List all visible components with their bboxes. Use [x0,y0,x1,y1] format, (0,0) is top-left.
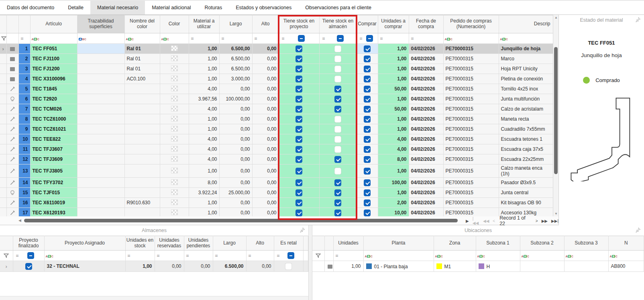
nombre-color-cell[interactable]: AC0.100 [124,74,160,84]
descripcion-cell[interactable]: Kit bisagras OB 90 [499,198,553,208]
stock-almacen-checkbox[interactable] [334,126,341,133]
stock-almacen-checkbox[interactable] [334,199,341,206]
filter-checkbox-finalizado[interactable] [27,252,34,259]
comprar-cell[interactable] [357,54,378,64]
alto-cell[interactable]: 0,00 [252,94,279,104]
subzona1-cell[interactable]: H [476,261,520,272]
col-header-unidades-pendientes[interactable]: Unidades pendientes [184,236,213,251]
comprar-checkbox[interactable] [364,179,371,186]
filter-articulo[interactable]: ABC [30,33,77,44]
nombre-color-cell[interactable] [124,188,160,198]
stock-almacen-cell[interactable] [319,198,357,208]
comprar-checkbox[interactable] [364,45,371,52]
alto-cell[interactable]: 0,00 [252,178,279,188]
stock-proyecto-checkbox[interactable] [296,168,302,175]
row-expand-cell[interactable] [0,198,6,208]
filter-subzona2[interactable]: ABC [520,251,564,261]
filter-comprar[interactable]: = [357,33,378,44]
material-row[interactable]: 9TEC TCZ610211,000,000,001,0004/02/2026P… [0,124,553,134]
articulo-cell[interactable]: TEC TFJ3607 [30,144,77,154]
comprar-checkbox[interactable] [364,189,371,196]
comprar-checkbox[interactable] [364,96,371,103]
grid-vertical-scrollbar[interactable]: ▲ ▼ [553,15,558,216]
col-header-unidades[interactable]: Unidades [333,236,363,251]
descripcion-cell[interactable]: Junquillo de hoja [499,44,553,54]
row-expand-cell[interactable] [0,124,6,134]
descripcion-cell[interactable]: Maneta recta [499,114,553,124]
last-record-button[interactable]: ▶▶| [551,219,558,223]
alto-cell[interactable]: 0,00 [252,164,279,178]
trazabilidad-cell[interactable] [77,84,124,94]
articulo-cell[interactable]: TEC FJ1100 [30,54,77,64]
col-header-es-retal[interactable]: Es retal [274,236,303,251]
filter-nombre-color[interactable]: ABC [124,33,160,44]
trazabilidad-cell[interactable] [77,94,124,104]
comprar-cell[interactable] [357,94,378,104]
row-expand-cell[interactable]: › [0,261,13,272]
largo-cell[interactable]: 0,00 [219,104,252,114]
stock-proyecto-cell[interactable] [279,54,319,64]
comprar-checkbox[interactable] [364,86,371,92]
col-header-unidades-comprar[interactable]: Unidades a comprar [378,15,409,33]
es-retal-cell[interactable] [274,261,303,272]
col-header-comprar[interactable]: Comprar [357,15,378,33]
fecha-compra-cell[interactable]: 04/02/2026 [409,54,443,64]
col-header-unidades-stock[interactable]: Unidades en stock [125,236,155,251]
descripcion-cell[interactable]: Escuadra caja 37x5 [499,144,553,154]
material-row[interactable]: 6TEC T29203.967,56100.000,000,001,0004/0… [0,94,553,104]
row-expand-cell[interactable] [0,74,6,84]
col-header-alto[interactable]: Alto [252,15,279,33]
stock-proyecto-checkbox[interactable] [296,116,302,123]
comprar-cell[interactable] [357,44,378,54]
descripcion-cell[interactable]: Calzo maneta enca (1h) [499,164,553,178]
alto-cell[interactable]: 0,00 [252,154,279,164]
comprar-cell[interactable] [357,144,378,154]
alto-cell[interactable]: 0,00 [252,44,279,54]
alto-cell[interactable]: 0,00 [252,198,279,208]
row-expand-cell[interactable] [0,94,6,104]
stock-almacen-cell[interactable] [319,74,357,84]
largo-cell[interactable]: 6.500,00 [219,44,252,54]
filter-finalizado[interactable]: = [13,251,44,261]
stock-almacen-checkbox[interactable] [334,189,341,196]
vertical-scroll-thumb[interactable] [554,47,558,174]
nombre-color-cell[interactable]: Ral 01 [124,54,160,64]
material-cell[interactable]: 1,00 [189,54,219,64]
articulo-cell[interactable]: TEC X6110019 [30,198,77,208]
largo-cell[interactable]: 3.000,00 [219,74,252,84]
nombre-color-cell[interactable] [124,84,160,94]
descripcion-cell[interactable]: Junta central [499,188,553,198]
unidades-comprar-cell[interactable]: 100,00 [378,178,409,188]
filter-reservadas[interactable]: = [155,251,184,261]
stock-proyecto-cell[interactable] [279,84,319,94]
subzona3-cell[interactable] [564,261,608,272]
comprar-checkbox[interactable] [364,210,371,216]
stock-almacen-cell[interactable] [319,188,357,198]
material-row[interactable]: 14TEC TFY37028,000,000,00100,0004/02/202… [0,178,553,188]
filter-subzona3[interactable]: ABC [564,251,608,261]
pedido-compras-cell[interactable]: PE70000315 [443,104,499,114]
fecha-compra-cell[interactable]: 04/02/2026 [409,124,443,134]
fecha-compra-cell[interactable]: 04/02/2026 [409,104,443,114]
row-expand-cell[interactable] [0,188,6,198]
col-header-trazabilidad[interactable]: Trazabilidad superficies [77,15,124,33]
alto-cell[interactable]: 0,00 [252,144,279,154]
stock-proyecto-cell[interactable] [279,114,319,124]
stock-almacen-cell[interactable] [319,178,357,188]
stock-proyecto-cell[interactable] [279,64,319,74]
color-cell[interactable] [160,198,189,208]
stock-almacen-cell[interactable] [319,44,357,54]
first-record-button[interactable]: |◀◀ [473,216,479,225]
color-cell[interactable] [160,104,189,114]
unidades-comprar-cell[interactable]: 4,00 [378,134,409,144]
filter-stock[interactable]: = [125,251,155,261]
material-cell[interactable]: 4,00 [189,104,219,114]
material-cell[interactable]: 1,00 [189,124,219,134]
trazabilidad-cell[interactable] [77,198,124,208]
fecha-compra-cell[interactable]: 04/02/2026 [409,94,443,104]
pedido-compras-cell[interactable]: PE70000315 [443,198,499,208]
reservadas-cell[interactable]: 0,00 [155,261,184,272]
pedido-compras-cell[interactable]: PE70000315 [443,54,499,64]
alto-cell[interactable]: 0,00 [252,188,279,198]
comprar-checkbox[interactable] [364,106,371,113]
